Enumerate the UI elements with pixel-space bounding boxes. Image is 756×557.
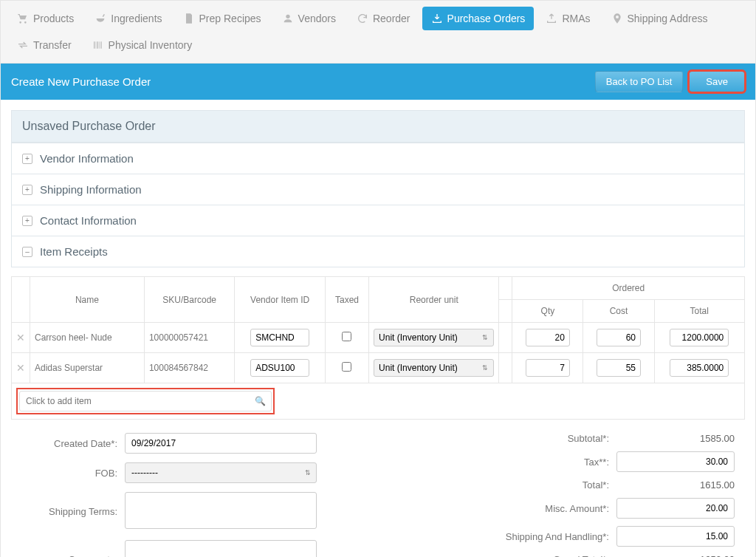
download-icon: [431, 13, 443, 24]
cell-name: Adidas Superstar: [30, 353, 145, 383]
page-header: Create New Purchase Order Back to PO Lis…: [1, 64, 755, 100]
bowl-icon: [94, 13, 106, 24]
vendor-item-input[interactable]: [250, 359, 309, 377]
misc-input[interactable]: [616, 498, 735, 519]
col-name: Name: [30, 277, 145, 323]
created-date-label: Created Date*:: [21, 438, 125, 449]
section-vendor-info[interactable]: + Vendor Information: [12, 143, 744, 174]
subtotal-value: 1585.00: [616, 433, 735, 444]
plus-icon: +: [22, 216, 32, 226]
taxed-checkbox[interactable]: [342, 362, 351, 372]
section-label: Contact Information: [40, 214, 137, 227]
back-to-po-list-button[interactable]: Back to PO List: [595, 71, 684, 92]
nav-label: Physical Inventory: [109, 39, 193, 51]
shipping-input[interactable]: [616, 526, 735, 547]
nav-purchase-orders[interactable]: Purchase Orders: [422, 7, 535, 30]
nav-physical-inventory[interactable]: Physical Inventory: [83, 33, 202, 57]
col-ordered-group: Ordered: [512, 277, 745, 300]
cell-sku: 100084567842: [144, 353, 235, 383]
vendor-item-input[interactable]: [250, 329, 309, 346]
comments-label: Comments:: [21, 554, 125, 557]
fob-label: FOB:: [21, 468, 125, 479]
minus-icon: –: [22, 247, 32, 257]
shipping-terms-input[interactable]: [125, 492, 317, 529]
col-cost: Cost: [583, 300, 654, 323]
upload-icon: [546, 13, 557, 24]
remove-row-icon[interactable]: ✕: [16, 362, 25, 374]
table-row: ✕ Adidas Superstar 100084567842 Unit (In…: [12, 353, 745, 383]
add-item-row: 🔍: [11, 383, 745, 420]
col-taxed: Taxed: [325, 277, 368, 323]
qty-input[interactable]: [526, 359, 570, 377]
nav-products[interactable]: Products: [8, 7, 83, 30]
section-shipping-info[interactable]: + Shipping Information: [12, 174, 744, 205]
barcode-icon: [92, 39, 104, 51]
qty-input[interactable]: [526, 329, 570, 346]
nav-label: RMAs: [562, 13, 590, 24]
nav-vendors[interactable]: Vendors: [273, 7, 345, 30]
pin-icon: [611, 13, 623, 24]
cost-input[interactable]: [597, 359, 641, 377]
note-icon: [183, 13, 195, 24]
refresh-icon: [357, 13, 368, 24]
reorder-unit-select[interactable]: Unit (Inventory Unit): [374, 329, 494, 346]
shipping-handling-label: Shipping And Handling*:: [506, 531, 609, 542]
subtotal-label: Subtotal*:: [568, 433, 609, 444]
nav-label: Prep Recipes: [199, 13, 261, 24]
top-navbar: Products Ingredients Prep Recipes Vendor…: [1, 1, 755, 64]
person-icon: [282, 13, 294, 24]
nav-shipping-address[interactable]: Shipping Address: [602, 7, 717, 30]
col-sku: SKU/Barcode: [144, 277, 235, 323]
nav-label: Reorder: [373, 13, 410, 24]
col-reorder: Reorder unit: [369, 277, 499, 323]
nav-label: Products: [33, 13, 74, 24]
section-contact-info[interactable]: + Contact Information: [12, 205, 744, 236]
section-label: Vendor Information: [40, 152, 134, 165]
misc-label: Misc. Amount*:: [545, 503, 609, 514]
purchase-order-panel: Unsaved Purchase Order + Vendor Informat…: [11, 110, 745, 267]
reorder-unit-select[interactable]: Unit (Inventory Unit): [374, 359, 494, 377]
plus-icon: +: [22, 185, 32, 195]
tax-label: Tax**:: [584, 457, 609, 468]
col-qty: Qty: [512, 300, 583, 323]
nav-label: Shipping Address: [628, 13, 708, 24]
cart-icon: [17, 13, 29, 24]
items-table: Name SKU/Barcode Vendor Item ID Taxed Re…: [11, 276, 745, 383]
section-item-receipts[interactable]: – Item Receipts: [12, 236, 744, 267]
nav-label: Purchase Orders: [447, 13, 526, 24]
tax-input[interactable]: [616, 451, 735, 472]
grand-total-value: 1650.00: [616, 554, 735, 557]
total-label: Total*:: [583, 479, 609, 491]
col-total: Total: [654, 300, 744, 323]
nav-label: Ingredients: [111, 13, 162, 24]
cell-name: Carrson heel- Nude: [30, 323, 145, 353]
save-button[interactable]: Save: [689, 71, 745, 92]
shipping-terms-label: Shipping Terms:: [21, 506, 125, 517]
add-item-input[interactable]: [19, 391, 272, 411]
total-value: 1615.00: [616, 479, 735, 491]
nav-transfer[interactable]: Transfer: [8, 33, 80, 57]
comments-input[interactable]: [125, 540, 317, 557]
created-date-input[interactable]: [125, 433, 317, 454]
cell-sku: 100000057421: [144, 323, 235, 353]
total-input[interactable]: [670, 329, 729, 346]
nav-rmas[interactable]: RMAs: [537, 7, 599, 30]
total-input[interactable]: [670, 359, 729, 377]
grand-total-label: Grand Total*:: [553, 554, 609, 557]
plus-icon: +: [22, 154, 32, 164]
taxed-checkbox[interactable]: [342, 332, 351, 341]
panel-title: Unsaved Purchase Order: [12, 111, 744, 143]
nav-label: Transfer: [33, 39, 72, 51]
cost-input[interactable]: [597, 329, 641, 346]
remove-row-icon[interactable]: ✕: [16, 332, 25, 344]
nav-label: Vendors: [298, 13, 336, 24]
fob-select[interactable]: ---------: [125, 462, 317, 483]
table-row: ✕ Carrson heel- Nude 100000057421 Unit (…: [12, 323, 745, 353]
nav-ingredients[interactable]: Ingredients: [86, 7, 171, 30]
transfer-icon: [17, 39, 29, 51]
section-label: Item Receipts: [40, 245, 108, 258]
svg-point-0: [286, 15, 289, 18]
nav-prep-recipes[interactable]: Prep Recipes: [174, 7, 270, 30]
nav-reorder[interactable]: Reorder: [348, 7, 419, 30]
col-vendor-item: Vendor Item ID: [235, 277, 325, 323]
